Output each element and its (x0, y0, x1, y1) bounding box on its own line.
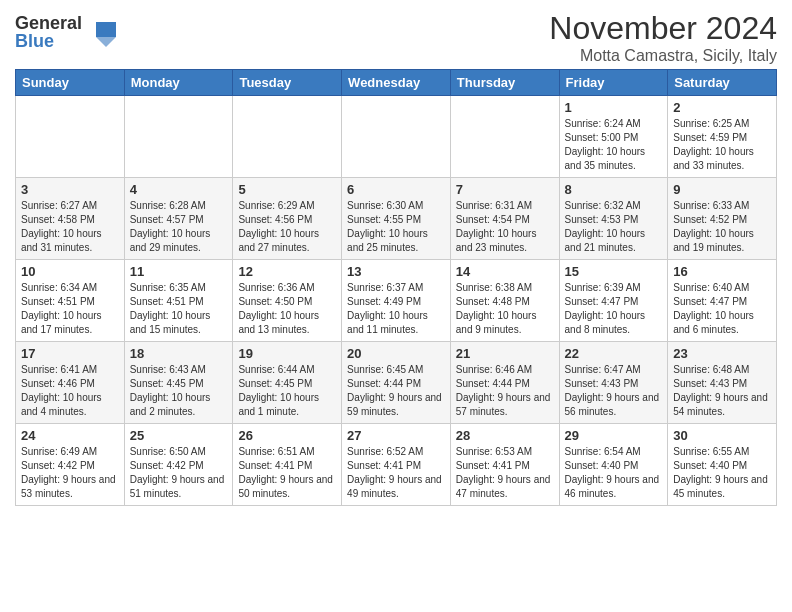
col-header-tuesday: Tuesday (233, 70, 342, 96)
logo-icon (86, 17, 116, 47)
day-cell: 19Sunrise: 6:44 AM Sunset: 4:45 PM Dayli… (233, 342, 342, 424)
day-number: 26 (238, 428, 336, 443)
day-cell: 13Sunrise: 6:37 AM Sunset: 4:49 PM Dayli… (342, 260, 451, 342)
day-info: Sunrise: 6:50 AM Sunset: 4:42 PM Dayligh… (130, 445, 228, 501)
day-cell: 1Sunrise: 6:24 AM Sunset: 5:00 PM Daylig… (559, 96, 668, 178)
week-row-1: 1Sunrise: 6:24 AM Sunset: 5:00 PM Daylig… (16, 96, 777, 178)
day-number: 4 (130, 182, 228, 197)
svg-marker-1 (96, 37, 116, 47)
day-cell: 11Sunrise: 6:35 AM Sunset: 4:51 PM Dayli… (124, 260, 233, 342)
day-info: Sunrise: 6:55 AM Sunset: 4:40 PM Dayligh… (673, 445, 771, 501)
day-info: Sunrise: 6:40 AM Sunset: 4:47 PM Dayligh… (673, 281, 771, 337)
day-number: 25 (130, 428, 228, 443)
day-number: 24 (21, 428, 119, 443)
header-row: SundayMondayTuesdayWednesdayThursdayFrid… (16, 70, 777, 96)
day-info: Sunrise: 6:43 AM Sunset: 4:45 PM Dayligh… (130, 363, 228, 419)
day-cell: 23Sunrise: 6:48 AM Sunset: 4:43 PM Dayli… (668, 342, 777, 424)
day-info: Sunrise: 6:38 AM Sunset: 4:48 PM Dayligh… (456, 281, 554, 337)
col-header-saturday: Saturday (668, 70, 777, 96)
day-info: Sunrise: 6:31 AM Sunset: 4:54 PM Dayligh… (456, 199, 554, 255)
day-number: 7 (456, 182, 554, 197)
day-info: Sunrise: 6:30 AM Sunset: 4:55 PM Dayligh… (347, 199, 445, 255)
day-number: 29 (565, 428, 663, 443)
day-number: 6 (347, 182, 445, 197)
calendar-table: SundayMondayTuesdayWednesdayThursdayFrid… (15, 69, 777, 506)
day-info: Sunrise: 6:37 AM Sunset: 4:49 PM Dayligh… (347, 281, 445, 337)
day-number: 16 (673, 264, 771, 279)
day-cell (16, 96, 125, 178)
day-cell: 3Sunrise: 6:27 AM Sunset: 4:58 PM Daylig… (16, 178, 125, 260)
day-cell: 30Sunrise: 6:55 AM Sunset: 4:40 PM Dayli… (668, 424, 777, 506)
day-number: 22 (565, 346, 663, 361)
day-cell: 14Sunrise: 6:38 AM Sunset: 4:48 PM Dayli… (450, 260, 559, 342)
col-header-wednesday: Wednesday (342, 70, 451, 96)
day-number: 2 (673, 100, 771, 115)
day-info: Sunrise: 6:32 AM Sunset: 4:53 PM Dayligh… (565, 199, 663, 255)
day-cell: 28Sunrise: 6:53 AM Sunset: 4:41 PM Dayli… (450, 424, 559, 506)
day-number: 8 (565, 182, 663, 197)
day-info: Sunrise: 6:54 AM Sunset: 4:40 PM Dayligh… (565, 445, 663, 501)
day-cell: 27Sunrise: 6:52 AM Sunset: 4:41 PM Dayli… (342, 424, 451, 506)
day-cell (233, 96, 342, 178)
logo-general: General (15, 14, 82, 32)
day-info: Sunrise: 6:51 AM Sunset: 4:41 PM Dayligh… (238, 445, 336, 501)
day-info: Sunrise: 6:39 AM Sunset: 4:47 PM Dayligh… (565, 281, 663, 337)
day-info: Sunrise: 6:45 AM Sunset: 4:44 PM Dayligh… (347, 363, 445, 419)
day-info: Sunrise: 6:34 AM Sunset: 4:51 PM Dayligh… (21, 281, 119, 337)
day-cell: 2Sunrise: 6:25 AM Sunset: 4:59 PM Daylig… (668, 96, 777, 178)
day-number: 15 (565, 264, 663, 279)
day-info: Sunrise: 6:35 AM Sunset: 4:51 PM Dayligh… (130, 281, 228, 337)
day-cell: 9Sunrise: 6:33 AM Sunset: 4:52 PM Daylig… (668, 178, 777, 260)
day-cell: 6Sunrise: 6:30 AM Sunset: 4:55 PM Daylig… (342, 178, 451, 260)
day-info: Sunrise: 6:25 AM Sunset: 4:59 PM Dayligh… (673, 117, 771, 173)
logo-text: General Blue (15, 14, 82, 50)
day-number: 13 (347, 264, 445, 279)
day-number: 1 (565, 100, 663, 115)
month-title: November 2024 (549, 10, 777, 47)
day-number: 19 (238, 346, 336, 361)
day-number: 11 (130, 264, 228, 279)
day-cell (124, 96, 233, 178)
day-cell: 10Sunrise: 6:34 AM Sunset: 4:51 PM Dayli… (16, 260, 125, 342)
svg-marker-0 (96, 22, 116, 37)
week-row-3: 10Sunrise: 6:34 AM Sunset: 4:51 PM Dayli… (16, 260, 777, 342)
logo-blue: Blue (15, 32, 82, 50)
day-cell: 26Sunrise: 6:51 AM Sunset: 4:41 PM Dayli… (233, 424, 342, 506)
day-number: 21 (456, 346, 554, 361)
col-header-sunday: Sunday (16, 70, 125, 96)
day-cell: 5Sunrise: 6:29 AM Sunset: 4:56 PM Daylig… (233, 178, 342, 260)
week-row-2: 3Sunrise: 6:27 AM Sunset: 4:58 PM Daylig… (16, 178, 777, 260)
day-number: 10 (21, 264, 119, 279)
day-cell: 25Sunrise: 6:50 AM Sunset: 4:42 PM Dayli… (124, 424, 233, 506)
day-cell: 20Sunrise: 6:45 AM Sunset: 4:44 PM Dayli… (342, 342, 451, 424)
day-number: 30 (673, 428, 771, 443)
day-cell: 16Sunrise: 6:40 AM Sunset: 4:47 PM Dayli… (668, 260, 777, 342)
day-number: 20 (347, 346, 445, 361)
day-cell: 24Sunrise: 6:49 AM Sunset: 4:42 PM Dayli… (16, 424, 125, 506)
day-number: 17 (21, 346, 119, 361)
day-cell: 22Sunrise: 6:47 AM Sunset: 4:43 PM Dayli… (559, 342, 668, 424)
day-cell (450, 96, 559, 178)
col-header-monday: Monday (124, 70, 233, 96)
day-cell: 4Sunrise: 6:28 AM Sunset: 4:57 PM Daylig… (124, 178, 233, 260)
col-header-friday: Friday (559, 70, 668, 96)
day-cell: 12Sunrise: 6:36 AM Sunset: 4:50 PM Dayli… (233, 260, 342, 342)
day-info: Sunrise: 6:52 AM Sunset: 4:41 PM Dayligh… (347, 445, 445, 501)
day-number: 3 (21, 182, 119, 197)
day-info: Sunrise: 6:47 AM Sunset: 4:43 PM Dayligh… (565, 363, 663, 419)
day-cell (342, 96, 451, 178)
day-cell: 18Sunrise: 6:43 AM Sunset: 4:45 PM Dayli… (124, 342, 233, 424)
day-info: Sunrise: 6:24 AM Sunset: 5:00 PM Dayligh… (565, 117, 663, 173)
day-info: Sunrise: 6:27 AM Sunset: 4:58 PM Dayligh… (21, 199, 119, 255)
day-info: Sunrise: 6:46 AM Sunset: 4:44 PM Dayligh… (456, 363, 554, 419)
day-info: Sunrise: 6:48 AM Sunset: 4:43 PM Dayligh… (673, 363, 771, 419)
week-row-4: 17Sunrise: 6:41 AM Sunset: 4:46 PM Dayli… (16, 342, 777, 424)
day-info: Sunrise: 6:44 AM Sunset: 4:45 PM Dayligh… (238, 363, 336, 419)
day-cell: 8Sunrise: 6:32 AM Sunset: 4:53 PM Daylig… (559, 178, 668, 260)
title-area: November 2024 Motta Camastra, Sicily, It… (549, 10, 777, 65)
day-info: Sunrise: 6:53 AM Sunset: 4:41 PM Dayligh… (456, 445, 554, 501)
day-cell: 29Sunrise: 6:54 AM Sunset: 4:40 PM Dayli… (559, 424, 668, 506)
day-cell: 21Sunrise: 6:46 AM Sunset: 4:44 PM Dayli… (450, 342, 559, 424)
day-info: Sunrise: 6:41 AM Sunset: 4:46 PM Dayligh… (21, 363, 119, 419)
logo: General Blue (15, 14, 116, 50)
